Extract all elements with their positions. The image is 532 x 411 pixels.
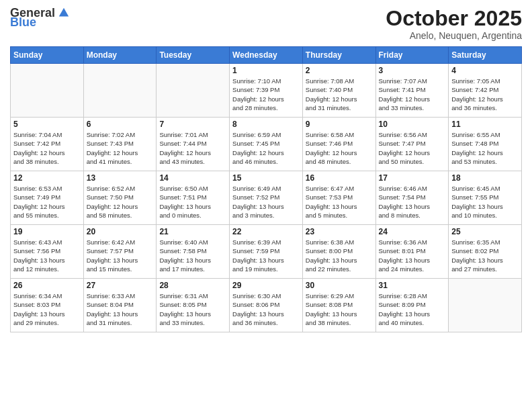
- day-number: 1: [232, 66, 300, 75]
- day-info: Sunrise: 6:53 AM Sunset: 7:49 PM Dayligh…: [13, 184, 81, 220]
- day-number: 19: [13, 227, 81, 236]
- calendar-cell: 16Sunrise: 6:47 AM Sunset: 7:53 PM Dayli…: [302, 171, 375, 225]
- calendar-cell: 23Sunrise: 6:38 AM Sunset: 8:00 PM Dayli…: [302, 225, 375, 279]
- calendar-cell: 13Sunrise: 6:52 AM Sunset: 7:50 PM Dayli…: [83, 171, 157, 225]
- day-info: Sunrise: 6:38 AM Sunset: 8:00 PM Dayligh…: [306, 238, 373, 273]
- day-info: Sunrise: 6:31 AM Sunset: 8:05 PM Dayligh…: [159, 291, 226, 327]
- day-number: 13: [87, 173, 154, 183]
- day-info: Sunrise: 6:33 AM Sunset: 8:04 PM Dayligh…: [87, 291, 154, 327]
- calendar-cell: [157, 64, 230, 118]
- day-number: 25: [451, 227, 519, 236]
- calendar-week-row: 12Sunrise: 6:53 AM Sunset: 7:49 PM Dayli…: [11, 171, 522, 225]
- calendar-cell: 30Sunrise: 6:29 AM Sunset: 8:08 PM Dayli…: [302, 279, 375, 332]
- day-number: 2: [306, 66, 373, 75]
- calendar-cell: 17Sunrise: 6:46 AM Sunset: 7:54 PM Dayli…: [375, 171, 449, 225]
- day-info: Sunrise: 7:04 AM Sunset: 7:42 PM Dayligh…: [13, 130, 81, 166]
- header-sunday: Sunday: [11, 47, 84, 64]
- page: General Blue October 2025 Anelo, Neuquen…: [0, 0, 532, 411]
- day-info: Sunrise: 7:01 AM Sunset: 7:44 PM Dayligh…: [159, 130, 226, 166]
- calendar-week-row: 5Sunrise: 7:04 AM Sunset: 7:42 PM Daylig…: [11, 118, 522, 171]
- day-number: 17: [379, 173, 446, 183]
- calendar-subtitle: Anelo, Neuquen, Argentina: [386, 30, 522, 41]
- day-info: Sunrise: 6:56 AM Sunset: 7:47 PM Dayligh…: [379, 130, 446, 166]
- calendar-cell: 2Sunrise: 7:08 AM Sunset: 7:40 PM Daylig…: [302, 64, 375, 118]
- calendar-cell: 22Sunrise: 6:39 AM Sunset: 7:59 PM Dayli…: [230, 225, 303, 279]
- day-info: Sunrise: 6:46 AM Sunset: 7:54 PM Dayligh…: [379, 184, 446, 220]
- day-info: Sunrise: 6:29 AM Sunset: 8:08 PM Dayligh…: [306, 291, 373, 327]
- day-info: Sunrise: 6:36 AM Sunset: 8:01 PM Dayligh…: [379, 238, 446, 273]
- logo: General Blue: [10, 7, 70, 28]
- logo-triangle-icon: [58, 7, 70, 19]
- calendar-week-row: 1Sunrise: 7:10 AM Sunset: 7:39 PM Daylig…: [11, 64, 522, 118]
- day-number: 24: [379, 227, 446, 236]
- calendar-cell: 11Sunrise: 6:55 AM Sunset: 7:48 PM Dayli…: [449, 118, 522, 171]
- calendar-cell: 20Sunrise: 6:42 AM Sunset: 7:57 PM Dayli…: [83, 225, 157, 279]
- calendar-cell: 28Sunrise: 6:31 AM Sunset: 8:05 PM Dayli…: [157, 279, 230, 332]
- calendar-cell: 7Sunrise: 7:01 AM Sunset: 7:44 PM Daylig…: [157, 118, 230, 171]
- day-number: 21: [159, 227, 226, 236]
- calendar-cell: 27Sunrise: 6:33 AM Sunset: 8:04 PM Dayli…: [83, 279, 157, 332]
- day-info: Sunrise: 6:58 AM Sunset: 7:46 PM Dayligh…: [306, 130, 373, 166]
- calendar-cell: 31Sunrise: 6:28 AM Sunset: 8:09 PM Dayli…: [375, 279, 449, 332]
- day-info: Sunrise: 7:10 AM Sunset: 7:39 PM Dayligh…: [232, 77, 300, 112]
- day-number: 22: [232, 227, 300, 236]
- day-number: 26: [13, 281, 81, 290]
- header-friday: Friday: [375, 47, 449, 64]
- day-info: Sunrise: 7:05 AM Sunset: 7:42 PM Dayligh…: [451, 77, 519, 112]
- day-number: 16: [306, 173, 373, 183]
- calendar-table: Sunday Monday Tuesday Wednesday Thursday…: [10, 46, 522, 332]
- day-number: 27: [87, 281, 154, 290]
- day-info: Sunrise: 6:30 AM Sunset: 8:06 PM Dayligh…: [232, 291, 300, 327]
- header-wednesday: Wednesday: [230, 47, 303, 64]
- calendar-cell: 15Sunrise: 6:49 AM Sunset: 7:52 PM Dayli…: [230, 171, 303, 225]
- day-info: Sunrise: 6:52 AM Sunset: 7:50 PM Dayligh…: [87, 184, 154, 220]
- header-monday: Monday: [83, 47, 157, 64]
- header-thursday: Thursday: [302, 47, 375, 64]
- calendar-cell: 29Sunrise: 6:30 AM Sunset: 8:06 PM Dayli…: [230, 279, 303, 332]
- day-number: 31: [379, 281, 446, 290]
- calendar-week-row: 19Sunrise: 6:43 AM Sunset: 7:56 PM Dayli…: [11, 225, 522, 279]
- calendar-cell: 8Sunrise: 6:59 AM Sunset: 7:45 PM Daylig…: [230, 118, 303, 171]
- day-number: 4: [451, 66, 519, 75]
- calendar-cell: 21Sunrise: 6:40 AM Sunset: 7:58 PM Dayli…: [157, 225, 230, 279]
- day-info: Sunrise: 6:39 AM Sunset: 7:59 PM Dayligh…: [232, 238, 300, 273]
- day-info: Sunrise: 7:02 AM Sunset: 7:43 PM Dayligh…: [87, 130, 154, 166]
- day-info: Sunrise: 6:50 AM Sunset: 7:51 PM Dayligh…: [159, 184, 226, 220]
- day-number: 30: [306, 281, 373, 290]
- day-info: Sunrise: 6:28 AM Sunset: 8:09 PM Dayligh…: [379, 291, 446, 327]
- day-info: Sunrise: 6:43 AM Sunset: 7:56 PM Dayligh…: [13, 238, 81, 273]
- day-number: 9: [306, 120, 373, 129]
- calendar-cell: 5Sunrise: 7:04 AM Sunset: 7:42 PM Daylig…: [11, 118, 84, 171]
- day-number: 11: [451, 120, 519, 129]
- day-info: Sunrise: 6:47 AM Sunset: 7:53 PM Dayligh…: [306, 184, 373, 220]
- svg-marker-0: [59, 8, 69, 17]
- calendar-cell: 19Sunrise: 6:43 AM Sunset: 7:56 PM Dayli…: [11, 225, 84, 279]
- calendar-cell: [83, 64, 157, 118]
- day-number: 15: [232, 173, 300, 183]
- day-info: Sunrise: 6:40 AM Sunset: 7:58 PM Dayligh…: [159, 238, 226, 273]
- day-number: 20: [87, 227, 154, 236]
- calendar-title: October 2025: [386, 7, 522, 30]
- calendar-cell: 9Sunrise: 6:58 AM Sunset: 7:46 PM Daylig…: [302, 118, 375, 171]
- header-tuesday: Tuesday: [157, 47, 230, 64]
- day-number: 14: [159, 173, 226, 183]
- calendar-cell: [11, 64, 84, 118]
- day-number: 8: [232, 120, 300, 129]
- header-saturday: Saturday: [449, 47, 522, 64]
- day-number: 6: [87, 120, 154, 129]
- day-info: Sunrise: 6:35 AM Sunset: 8:02 PM Dayligh…: [451, 238, 519, 273]
- calendar-cell: 12Sunrise: 6:53 AM Sunset: 7:49 PM Dayli…: [11, 171, 84, 225]
- calendar-cell: 26Sunrise: 6:34 AM Sunset: 8:03 PM Dayli…: [11, 279, 84, 332]
- calendar-cell: 4Sunrise: 7:05 AM Sunset: 7:42 PM Daylig…: [449, 64, 522, 118]
- title-block: October 2025 Anelo, Neuquen, Argentina: [386, 7, 522, 41]
- calendar-cell: [449, 279, 522, 332]
- day-info: Sunrise: 6:59 AM Sunset: 7:45 PM Dayligh…: [232, 130, 300, 166]
- calendar-cell: 24Sunrise: 6:36 AM Sunset: 8:01 PM Dayli…: [375, 225, 449, 279]
- day-number: 12: [13, 173, 81, 183]
- calendar-cell: 25Sunrise: 6:35 AM Sunset: 8:02 PM Dayli…: [449, 225, 522, 279]
- day-info: Sunrise: 6:55 AM Sunset: 7:48 PM Dayligh…: [451, 130, 519, 166]
- day-number: 23: [306, 227, 373, 236]
- day-number: 3: [379, 66, 446, 75]
- day-info: Sunrise: 6:42 AM Sunset: 7:57 PM Dayligh…: [87, 238, 154, 273]
- logo-blue: Blue: [10, 16, 36, 28]
